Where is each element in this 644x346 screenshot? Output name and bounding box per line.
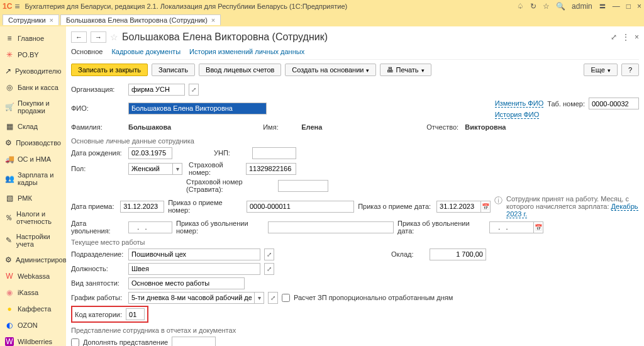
open-icon[interactable]: ⤢ bbox=[264, 248, 274, 260]
sidebar-item-admin[interactable]: ⚙Администрирование bbox=[0, 252, 66, 268]
sidebar-item-wildberries[interactable]: WWildberries bbox=[0, 333, 66, 346]
sidebar-item-main[interactable]: ≡Главное bbox=[0, 30, 66, 47]
save-button[interactable]: Записать bbox=[152, 64, 195, 76]
open-icon[interactable]: ⤢ bbox=[268, 292, 278, 304]
open-icon[interactable]: ⤢ bbox=[189, 84, 199, 96]
dob-input[interactable] bbox=[128, 147, 172, 159]
close-icon[interactable]: × bbox=[211, 16, 215, 24]
help-button[interactable]: ? bbox=[621, 64, 639, 76]
hire-input[interactable] bbox=[120, 201, 164, 213]
close-icon[interactable]: × bbox=[635, 33, 639, 42]
sidebar-item-prod[interactable]: ⚙Производство bbox=[0, 135, 66, 151]
sidebar-item-ikassa[interactable]: ◉iKassa bbox=[0, 284, 66, 301]
hamburger-icon[interactable]: ≡ bbox=[14, 1, 19, 11]
sidebar-item-manager[interactable]: ↗Руководителю bbox=[0, 63, 66, 79]
tab-employee-card[interactable]: Большакова Елена Викторовна (Сотрудник)× bbox=[60, 14, 221, 25]
unp-input[interactable] bbox=[252, 147, 296, 159]
create-based-button[interactable]: Создать на основании▾ bbox=[285, 64, 376, 76]
ins2-input[interactable] bbox=[278, 180, 328, 192]
coin-icon: ◎ bbox=[5, 83, 14, 92]
percent-icon: ％ bbox=[5, 213, 13, 222]
star-icon[interactable]: ☆ bbox=[543, 2, 550, 11]
name-label: Имя: bbox=[263, 123, 297, 131]
maximize-icon[interactable]: □ bbox=[626, 2, 631, 11]
empltype-input[interactable] bbox=[128, 277, 245, 289]
sched-input[interactable] bbox=[128, 292, 254, 304]
ins2-label: Страховой номер (Стравита): bbox=[186, 178, 274, 193]
sex-input[interactable] bbox=[128, 163, 172, 175]
personal-section-header: Основные личные данные сотрудника bbox=[71, 137, 639, 145]
prop-calc-checkbox[interactable] bbox=[282, 294, 290, 302]
kebab-icon[interactable]: ⋮ bbox=[622, 33, 630, 42]
tab-main[interactable]: Основное bbox=[71, 48, 103, 55]
cat-input[interactable] bbox=[126, 308, 145, 320]
open-icon[interactable]: ⤢ bbox=[264, 263, 274, 275]
fire-date-input[interactable] bbox=[489, 221, 533, 233]
patr-label: Отчество: bbox=[426, 123, 461, 131]
sidebar-item-bank[interactable]: ◎Банк и касса bbox=[0, 79, 66, 96]
sidebar-item-sales[interactable]: 🛒Покупки и продажи bbox=[0, 96, 66, 118]
sidebar-item-stock[interactable]: ▦Склад bbox=[0, 118, 66, 135]
favorite-icon[interactable]: ☆ bbox=[110, 32, 118, 42]
history-icon[interactable]: ↻ bbox=[530, 2, 536, 11]
ins-input[interactable] bbox=[246, 163, 296, 175]
add-repr-checkbox[interactable] bbox=[71, 338, 79, 347]
user-label[interactable]: admin bbox=[572, 2, 592, 11]
bell-icon[interactable]: ♤ bbox=[517, 2, 524, 11]
tab-history[interactable]: История изменений личных данных bbox=[189, 48, 304, 55]
calendar-icon[interactable]: 📅 bbox=[480, 201, 491, 213]
forward-button[interactable]: → bbox=[91, 31, 106, 43]
dept-label: Подразделение: bbox=[71, 250, 125, 258]
sidebar-item-kaffesta[interactable]: ●Каффеста bbox=[0, 301, 66, 317]
webkassa-icon: W bbox=[5, 272, 14, 281]
sidebar-item-poby[interactable]: ✳PO.BY bbox=[0, 47, 66, 63]
minimize-icon[interactable]: — bbox=[613, 2, 620, 11]
back-button[interactable]: ← bbox=[71, 31, 87, 43]
chevron-down-icon[interactable]: ▾ bbox=[254, 292, 264, 304]
prop-calc-label: Расчет ЗП пропорционально отработанным д… bbox=[294, 294, 453, 301]
search-icon[interactable]: 🔍 bbox=[556, 2, 565, 11]
sidebar-item-ozon[interactable]: ◐OZON bbox=[0, 317, 66, 333]
gear-icon: ⚙ bbox=[5, 255, 12, 264]
repr-input[interactable] bbox=[172, 337, 216, 347]
tabno-input[interactable] bbox=[589, 98, 639, 109]
fio-label: ФИО: bbox=[71, 104, 125, 112]
fire-input[interactable] bbox=[128, 221, 172, 233]
fio-history-link[interactable]: История ФИО bbox=[495, 111, 540, 119]
sidebar-item-tax[interactable]: ％Налоги и отчетность bbox=[0, 206, 66, 229]
calendar-icon[interactable]: 📅 bbox=[533, 221, 543, 233]
print-button[interactable]: 🖶 Печать▾ bbox=[380, 64, 431, 76]
close-icon[interactable]: × bbox=[637, 2, 641, 11]
dept-input[interactable] bbox=[128, 248, 260, 260]
position-section-header: Текущее место работы bbox=[71, 238, 639, 246]
sidebar-item-assets[interactable]: 🚚ОС и НМА bbox=[0, 151, 66, 167]
fire-order-input[interactable] bbox=[268, 221, 394, 233]
org-input[interactable] bbox=[128, 84, 185, 96]
save-close-button[interactable]: Записать и закрыть bbox=[71, 64, 148, 76]
settings-icon[interactable]: 〓 bbox=[599, 1, 606, 12]
tab-employees[interactable]: Сотрудники× bbox=[3, 14, 59, 25]
more-button[interactable]: Еще▾ bbox=[584, 64, 617, 76]
ozon-icon: ◐ bbox=[5, 321, 14, 330]
people-icon: 👥 bbox=[5, 174, 14, 183]
chevron-down-icon[interactable]: ▾ bbox=[172, 163, 182, 175]
cart-icon: 🛒 bbox=[5, 103, 14, 111]
tab-documents[interactable]: Кадровые документы bbox=[111, 48, 180, 55]
hire-order-input[interactable] bbox=[247, 201, 354, 213]
sidebar-item-rmk[interactable]: ▧РМК bbox=[0, 190, 66, 206]
salary-input[interactable] bbox=[430, 248, 486, 260]
pos-input[interactable] bbox=[128, 263, 260, 275]
close-icon[interactable]: × bbox=[50, 16, 53, 24]
sidebar-item-salary[interactable]: 👥Зарплата и кадры bbox=[0, 167, 66, 190]
ikassa-icon: ◉ bbox=[5, 288, 14, 297]
sidebar-item-settings[interactable]: ✎Настройки учета bbox=[0, 229, 66, 252]
fio-input[interactable] bbox=[128, 103, 267, 114]
home-icon: ≡ bbox=[5, 34, 14, 43]
patr-value: Викторовна bbox=[465, 123, 506, 131]
sex-label: Пол: bbox=[71, 165, 125, 172]
hire-date-input[interactable] bbox=[436, 201, 480, 213]
sidebar-item-webkassa[interactable]: WWebkassa bbox=[0, 268, 66, 284]
expand-icon[interactable]: ⤢ bbox=[611, 33, 617, 42]
change-fio-link[interactable]: Изменить ФИО bbox=[495, 99, 544, 108]
accounts-button[interactable]: Ввод лицевых счетов bbox=[199, 64, 281, 76]
